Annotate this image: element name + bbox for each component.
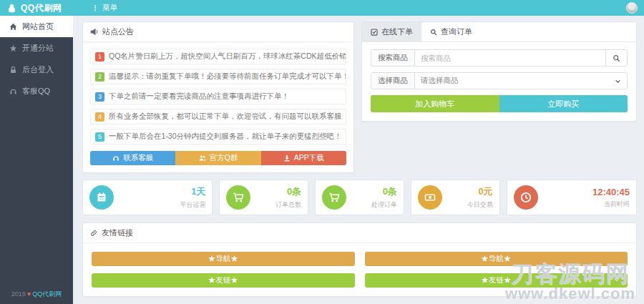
brand[interactable]: QQ代刷网 <box>0 2 87 14</box>
menu-dots-icon <box>92 4 99 11</box>
stat-card-processing-orders: 0条 处理订单 <box>315 180 404 215</box>
notice-number-badge: 3 <box>95 92 104 102</box>
menu-button[interactable]: 菜单 <box>87 0 122 16</box>
order-tabs: 在线下单 查询订单 <box>362 22 636 42</box>
friend-link-button[interactable]: ★友链★ <box>92 273 355 288</box>
search-icon <box>613 54 620 62</box>
nav-link-button[interactable]: ★导航★ <box>365 252 628 266</box>
add-to-cart-button[interactable]: 加入购物车 <box>371 95 499 112</box>
notice-item[interactable]: 4 所有业务全部恢复，都可以正常下单，欢迎尝试，有问题可以联系客服 <box>90 109 346 124</box>
stat-value: 0条 <box>352 185 397 198</box>
buy-now-button[interactable]: 立即购买 <box>499 95 628 112</box>
sidebar-item-label: 客服QQ <box>22 86 50 97</box>
notice-item[interactable]: 1 QQ名片赞日刷上万，超快空间人气日刷百万，球球冰红茶CDK超低价销售 <box>90 49 346 64</box>
search-product-input[interactable] <box>415 50 605 66</box>
friendly-links-title: 友情链接 <box>102 227 133 238</box>
download-icon <box>283 155 291 162</box>
link-icon <box>90 230 97 237</box>
stat-circle <box>514 185 538 210</box>
app-window: QQ代刷网 菜单 网站首页 开通分站 后台登入 客服QQ <box>0 0 644 304</box>
announcement-actions: 联系客服 官方Q群 APP下载 <box>90 151 346 165</box>
announcement-header: 站点公告 <box>83 22 353 42</box>
sidebar-item-substation[interactable]: 开通分站 <box>0 37 73 59</box>
sidebar-item-admin-login[interactable]: 后台登入 <box>0 59 73 80</box>
notice-item[interactable]: 2 温馨提示：请勿重复下单哦！必须要等待前面任务订单完成才可以下单！ <box>90 69 346 84</box>
nav-link-button[interactable]: ★导航★ <box>92 252 355 266</box>
stat-circle <box>226 185 250 210</box>
sidebar-item-service-qq[interactable]: 客服QQ <box>0 80 73 102</box>
stat-label: 订单总数 <box>256 200 301 210</box>
order-actions: 加入购物车 立即购买 <box>371 95 628 112</box>
stat-card-platform-days: 1天 平台运营 <box>82 180 213 215</box>
app-download-button[interactable]: APP下载 <box>261 151 346 165</box>
bullhorn-icon <box>90 28 98 36</box>
check-square-icon <box>371 29 378 36</box>
sidebar-nav: 网站首页 开通分站 后台登入 客服QQ <box>0 16 73 102</box>
announcement-panel: 站点公告 1 QQ名片赞日刷上万，超快空间人气日刷百万，球球冰红茶CDK超低价销… <box>82 21 354 173</box>
user-avatar[interactable] <box>626 2 638 14</box>
money-icon <box>424 192 436 203</box>
notice-number-badge: 5 <box>95 132 104 142</box>
friendly-links-panel: 友情链接 ★导航★ ★导航★ ★友链★ ★友链★ <box>82 222 637 297</box>
menu-label: 菜单 <box>102 3 117 13</box>
site-title: QQ代刷网 <box>21 2 62 14</box>
headset-icon <box>112 155 119 162</box>
stat-circle <box>418 185 442 210</box>
star-icon <box>9 44 17 52</box>
search-product-group: 搜索商品 <box>371 49 628 67</box>
search-product-label: 搜索商品 <box>371 50 415 66</box>
stats-row: 1天 平台运营 0条 订单总数 0条 处理订单 <box>82 180 637 215</box>
stat-circle <box>322 185 346 210</box>
footer-year: 2019 <box>11 290 26 298</box>
friendly-links-body: ★导航★ ★导航★ ★友链★ ★友链★ <box>83 243 636 296</box>
users-icon <box>199 155 206 162</box>
order-form: 搜索商品 选择商品 请选择商品 加入购物车 <box>362 42 636 121</box>
notice-text: 下单之前请一定要看完读商品的注意事项再进行下单！ <box>109 92 289 102</box>
sidebar-item-label: 后台登入 <box>22 64 54 75</box>
friendly-links-header: 友情链接 <box>83 223 636 243</box>
notice-number-badge: 2 <box>95 72 104 82</box>
search-submit-button[interactable] <box>605 50 627 66</box>
select-product-label: 选择商品 <box>371 73 415 89</box>
cart-icon <box>233 192 244 203</box>
notice-item[interactable]: 5 一般下单后会在1-30分钟内提交到服务器，就让单子来的更猛烈些吧！ <box>90 129 346 144</box>
footer-site-link[interactable]: QQ代刷网 <box>32 290 62 298</box>
stat-label: 今日交易 <box>448 200 493 210</box>
sidebar-item-label: 网站首页 <box>22 21 54 32</box>
stat-value: 12:40:45 <box>544 187 630 197</box>
heart-icon: ♥ <box>26 290 32 298</box>
notice-text: 所有业务全部恢复，都可以正常下单，欢迎尝试，有问题可以联系客服 <box>109 112 342 122</box>
notice-text: QQ名片赞日刷上万，超快空间人气日刷百万，球球冰红茶CDK超低价销售 <box>109 52 346 62</box>
order-panel: 在线下单 查询订单 搜索商品 <box>361 21 637 122</box>
announcement-body: 1 QQ名片赞日刷上万，超快空间人气日刷百万，球球冰红茶CDK超低价销售 2 温… <box>83 42 353 172</box>
cart-icon <box>328 192 340 203</box>
friend-link-button[interactable]: ★友链★ <box>365 273 628 288</box>
select-product-group: 选择商品 请选择商品 <box>371 72 628 89</box>
stat-card-today-trades: 0元 今日交易 <box>411 180 500 215</box>
main-content: 站点公告 1 QQ名片赞日刷上万，超快空间人气日刷百万，球球冰红茶CDK超低价销… <box>73 16 644 304</box>
sidebar-item-home[interactable]: 网站首页 <box>0 16 73 37</box>
topbar: QQ代刷网 菜单 <box>0 0 644 16</box>
clock-icon <box>520 192 532 203</box>
notice-text: 温馨提示：请勿重复下单哦！必须要等待前面任务订单完成才可以下单！ <box>109 72 346 82</box>
product-select[interactable]: 请选择商品 <box>415 73 627 89</box>
contact-service-button[interactable]: 联系客服 <box>90 151 175 165</box>
notice-item[interactable]: 3 下单之前请一定要看完读商品的注意事项再进行下单！ <box>90 89 346 104</box>
stat-value: 0条 <box>256 185 301 198</box>
stat-label: 处理订单 <box>352 200 397 210</box>
notice-text: 一般下单后会在1-30分钟内提交到服务器，就让单子来的更猛烈些吧！ <box>109 132 342 142</box>
home-icon <box>9 23 17 31</box>
product-select-value: 请选择商品 <box>421 76 459 86</box>
stat-value: 0元 <box>448 185 493 198</box>
notice-number-badge: 4 <box>95 112 104 122</box>
stat-label: 当前时间 <box>544 200 630 209</box>
stat-value: 1天 <box>119 185 205 198</box>
official-qq-group-button[interactable]: 官方Q群 <box>175 151 260 165</box>
chevron-down-icon <box>615 78 621 84</box>
tab-query-order[interactable]: 查询订单 <box>421 22 481 41</box>
headset-icon <box>9 87 17 95</box>
tab-online-order[interactable]: 在线下单 <box>362 22 421 41</box>
stat-circle <box>89 185 114 210</box>
notice-number-badge: 1 <box>95 52 104 62</box>
stat-card-current-time: 12:40:45 当前时间 <box>507 180 637 215</box>
